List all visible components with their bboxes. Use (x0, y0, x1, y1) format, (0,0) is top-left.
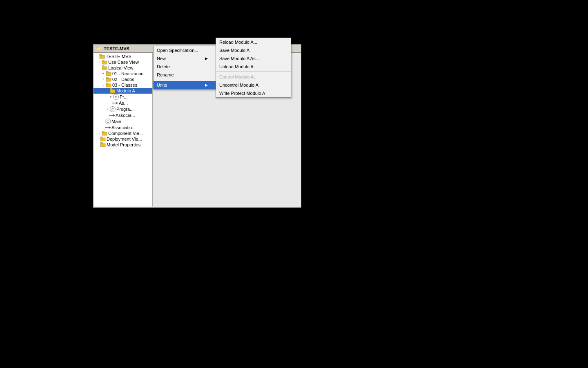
svg-marker-19 (109, 126, 111, 129)
window-title-icon: 📁 (96, 46, 102, 51)
tree-label-usecaseview: Use Case View (108, 60, 152, 65)
tree-label-deploymentview: Deployment Vie... (107, 137, 152, 141)
svg-rect-5 (102, 65, 104, 67)
toggle-componentview[interactable]: + (97, 131, 102, 136)
toggle-realizacao[interactable]: + (101, 71, 106, 76)
tree-label-root: TESTE-MVS (106, 54, 152, 59)
svg-rect-7 (106, 71, 108, 73)
tree-item-deploymentview[interactable]: Deployment Vie... (94, 136, 152, 142)
menu-separator-1 (154, 80, 216, 80)
toggle-logicalview[interactable]: - (97, 65, 102, 70)
toggle-deploymentview[interactable] (97, 137, 100, 141)
new-arrow-icon: ▶ (205, 56, 208, 61)
svg-marker-15 (116, 102, 118, 104)
svg-rect-3 (102, 60, 104, 61)
tree-label-assoc3: Associatio... (111, 125, 152, 130)
tree-label-dados: 02 - Dados (112, 77, 152, 82)
units-arrow-icon: ▶ (205, 83, 208, 87)
menu-item-rename[interactable]: Rename (154, 71, 216, 79)
tree-label-realizacao: 01 - Realizacao (112, 71, 152, 76)
tree-label-componentview: Component Vie... (108, 131, 152, 136)
tree-item-assoc2[interactable]: Associa... (94, 112, 152, 118)
tree-item-root[interactable]: TESTE-MVS (94, 54, 152, 59)
toggle-modelprops[interactable] (97, 142, 100, 147)
tree-item-modelprops[interactable]: Model Properties (94, 142, 152, 148)
submenu-item-unload[interactable]: Unload Modulo A (216, 63, 291, 71)
toggle-main[interactable] (102, 119, 105, 124)
svg-rect-11 (106, 83, 108, 84)
units-submenu: Reload Modulo A... Save Modulo A Save Mo… (216, 38, 291, 98)
tree-label-classes: 03 - Classes (112, 83, 152, 88)
submenu-item-control[interactable]: Control Modulo A... (216, 73, 291, 81)
toggle-usecaseview[interactable]: + (97, 60, 102, 65)
toggle-ass1[interactable] (109, 101, 112, 105)
menu-item-units[interactable]: Units ▶ (154, 81, 216, 89)
tree-label-assoc2: Associa... (116, 113, 152, 118)
tree-label-ass1: As... (119, 101, 152, 105)
tree-label-moduloa: Modulo A (116, 88, 152, 93)
menu-item-delete[interactable]: Delete (154, 63, 216, 71)
toggle-dados[interactable]: + (101, 77, 106, 82)
svg-rect-23 (100, 137, 102, 138)
tree-item-classes[interactable]: - 03 - Classes (94, 82, 152, 88)
toggle-classes[interactable]: - (101, 83, 106, 88)
svg-rect-21 (102, 131, 104, 132)
tree-item-progr1[interactable]: + C Pr... (94, 94, 152, 100)
tree-item-main[interactable]: C Main (94, 118, 152, 125)
submenu-separator-1 (216, 72, 291, 72)
svg-marker-17 (113, 114, 115, 117)
toggle-moduloa[interactable]: - (105, 88, 110, 93)
toggle-root[interactable] (94, 54, 99, 59)
toggle-assoc2[interactable] (106, 113, 109, 118)
submenu-item-save-as[interactable]: Save Modulo A As... (216, 54, 291, 63)
context-menu: Open Specification... New ▶ Delete Renam… (153, 46, 216, 90)
svg-rect-13 (110, 88, 112, 90)
toggle-assoc3[interactable] (102, 125, 105, 130)
window-title-text: TESTE-MVS (104, 46, 129, 51)
tree-item-dados[interactable]: + 02 - Dados (94, 76, 152, 82)
tree-item-realizacao[interactable]: + 01 - Realizacao (94, 71, 152, 76)
tree-item-logicalview[interactable]: - Logical View (94, 65, 152, 71)
svg-rect-9 (106, 77, 108, 79)
submenu-item-reload[interactable]: Reload Modulo A... (216, 38, 291, 46)
tree-item-assoc3[interactable]: Associatio... (94, 125, 152, 130)
menu-item-open-spec[interactable]: Open Specification... (154, 46, 216, 54)
tree-panel: TESTE-MVS + Use Case View - (94, 53, 153, 206)
tree-label-logicalview: Logical View (108, 65, 152, 70)
tree-item-moduloa[interactable]: - Modulo A (94, 88, 152, 94)
tree-label-progr2: Progra... (116, 107, 152, 112)
submenu-item-save[interactable]: Save Modulo A (216, 46, 291, 54)
tree-item-progr2[interactable]: + C Progra... (94, 106, 152, 112)
tree-item-componentview[interactable]: + Component Vie... (94, 130, 152, 136)
tree-item-ass1[interactable]: As... (94, 100, 152, 106)
tree-label-modelprops: Model Properties (107, 142, 152, 147)
tree-item-usecaseview[interactable]: + Use Case View (94, 59, 152, 65)
toggle-progr2[interactable]: + (105, 107, 110, 112)
toggle-progr1[interactable]: + (108, 94, 113, 99)
submenu-item-write-protect[interactable]: Write Protect Modulo A (216, 89, 291, 97)
svg-rect-25 (100, 142, 102, 144)
tree-label-progr1: Pr... (120, 94, 152, 99)
svg-rect-1 (100, 54, 102, 56)
submenu-item-uncontrol[interactable]: Uncontrol Modulo A (216, 81, 291, 89)
tree-label-main: Main (111, 119, 152, 124)
menu-item-new[interactable]: New ▶ (154, 54, 216, 63)
